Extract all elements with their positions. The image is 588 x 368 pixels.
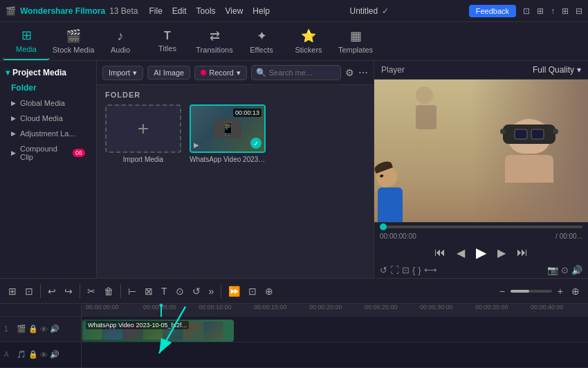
ruler-tick-0: 00:00:00:00 xyxy=(86,304,119,311)
menu-file[interactable]: File xyxy=(149,6,163,16)
frame-back-button[interactable]: ◀ xyxy=(454,245,468,261)
timeline-redo-button[interactable]: ↪ xyxy=(62,284,75,298)
timeline-trash-button[interactable]: 🗑 xyxy=(101,284,116,298)
track-audio-mute[interactable]: 🔊 xyxy=(50,350,59,359)
window-icon-4[interactable]: ⊞ xyxy=(562,6,569,16)
import-button[interactable]: Import ▾ xyxy=(102,66,143,80)
window-icon-1[interactable]: ⊡ xyxy=(523,6,530,16)
track-audio-lock[interactable]: 🔒 xyxy=(28,350,38,359)
menu-help[interactable]: Help xyxy=(252,6,270,16)
window-icon-3[interactable]: ↑ xyxy=(551,6,555,16)
timeline-more-button[interactable]: » xyxy=(206,284,217,298)
sidebar-item-compound-clip[interactable]: ▶ Compound Clip 06 xyxy=(0,141,96,165)
timeline-scissors-button[interactable]: ✂ xyxy=(84,284,98,298)
search-input[interactable] xyxy=(269,68,336,77)
timeline-audio-button[interactable]: ⊕ xyxy=(262,284,276,298)
step-back-button[interactable]: ⏮ xyxy=(432,245,448,260)
media-grid: FOLDER + Import Media 📱 xyxy=(97,85,374,278)
track-audio-eye[interactable]: 👁 xyxy=(40,350,48,359)
range-button[interactable]: ⟷ xyxy=(424,265,437,275)
track-label-1: 1 🎬 🔒 👁 🔊 xyxy=(0,317,81,342)
more-button[interactable]: ⋯ xyxy=(358,67,368,78)
tab-stickers[interactable]: ⭐ Stickers xyxy=(285,23,332,60)
timecode-ruler: 00:00:00:00 00:00:05:00 00:00:10:00 00:0… xyxy=(82,304,588,317)
snapshot-button[interactable]: 📷 xyxy=(547,265,558,275)
timeline-magnet-button[interactable]: ⊡ xyxy=(22,284,36,298)
tab-titles[interactable]: T Titles xyxy=(144,23,191,60)
timeline-timer-button[interactable]: ⊙ xyxy=(173,284,187,298)
sidebar-item-cloud-media[interactable]: ▶ Cloud Media xyxy=(0,111,96,126)
video-duration: 00:00:13 xyxy=(233,109,261,117)
filter-button[interactable]: ⚙ xyxy=(345,67,354,78)
timeline-add-button[interactable]: ⊕ xyxy=(569,284,582,298)
step-fwd-button[interactable]: ⏭ xyxy=(514,245,531,260)
track-lock-icon[interactable]: 🔒 xyxy=(28,324,38,333)
frame-fwd-button[interactable]: ▶ xyxy=(495,245,508,261)
timeline-loop-button[interactable]: ↺ xyxy=(190,284,203,298)
mark-in-button[interactable]: { xyxy=(412,265,415,275)
timeline-plus-button[interactable]: + xyxy=(555,284,566,298)
sidebar: ▾ Project Media Folder ▶ Global Media ▶ … xyxy=(0,61,97,278)
media-item-video1[interactable]: 📱 00:00:13 ✓ ▶ WhatsApp Video 2023-10-05… xyxy=(190,104,266,163)
stickers-label: Stickers xyxy=(295,46,322,54)
import-arrow: ▾ xyxy=(133,68,137,77)
tab-effects[interactable]: ✦ Effects xyxy=(238,23,285,60)
track-clip-icon[interactable]: 🎬 xyxy=(17,324,26,333)
sidebar-item-adjustment[interactable]: ▶ Adjustment La... xyxy=(0,126,96,141)
ruler-tick-4: 00:00:20:00 xyxy=(309,304,342,311)
menu-view[interactable]: View xyxy=(226,6,244,16)
progress-bar[interactable] xyxy=(380,226,582,228)
timeline-merge-button[interactable]: ⊠ xyxy=(142,284,156,298)
quality-selector[interactable]: Full Quality ▾ xyxy=(533,65,581,75)
track-speaker-icon[interactable]: 🔊 xyxy=(50,324,59,333)
video-clip[interactable]: WhatsApp Video 2023-10-05_bf2f... xyxy=(82,320,234,342)
timeline-text-button[interactable]: T xyxy=(158,284,170,298)
transitions-label: Transitions xyxy=(196,46,232,54)
record-button[interactable]: Record ▾ xyxy=(194,66,246,80)
tab-stock-media[interactable]: 🎬 Stock Media xyxy=(50,23,97,60)
track-label-2: A 🎵 🔒 👁 🔊 xyxy=(0,342,81,368)
sidebar-folder[interactable]: Folder xyxy=(0,80,96,95)
import-thumb[interactable]: + xyxy=(105,104,181,153)
track-area: 00:00:00:00 00:00:05:00 00:00:10:00 00:0… xyxy=(82,304,588,368)
video-check: ✓ xyxy=(250,138,261,149)
loop-button[interactable]: ↺ xyxy=(380,265,387,275)
app-name: Wondershare Filmora xyxy=(20,6,105,16)
volume-button[interactable]: 🔊 xyxy=(571,265,582,275)
tab-templates[interactable]: ▦ Templates xyxy=(332,23,379,60)
time-display: 00:00:00:00 / 00:00... xyxy=(380,232,582,240)
menu-edit[interactable]: Edit xyxy=(172,6,187,16)
cloud-media-arrow: ▶ xyxy=(11,115,16,122)
sidebar-item-global-media[interactable]: ▶ Global Media xyxy=(0,95,96,111)
play-button[interactable]: ▶ xyxy=(473,243,489,262)
timeline-undo-button[interactable]: ↩ xyxy=(45,284,59,298)
timeline-minus-button[interactable]: − xyxy=(497,284,508,298)
timeline-split-button[interactable]: ⊢ xyxy=(125,284,139,298)
tab-media[interactable]: ⊞ Media xyxy=(3,23,50,60)
fullscreen-button[interactable]: ⛶ xyxy=(390,265,399,275)
track-audio-icon[interactable]: 🎵 xyxy=(17,350,26,359)
tab-audio[interactable]: ♪ Audio xyxy=(97,23,144,60)
toolbar-separator-4 xyxy=(221,284,221,298)
tab-transitions[interactable]: ⇄ Transitions xyxy=(191,23,238,60)
zoom-track[interactable] xyxy=(511,290,552,293)
timeline-playhead-button[interactable]: ⏩ xyxy=(226,284,243,298)
track-eye-icon[interactable]: 👁 xyxy=(40,324,48,333)
media-item-import[interactable]: + Import Media xyxy=(105,104,181,163)
window-icon-5[interactable]: ⊟ xyxy=(576,6,582,16)
search-box[interactable]: 🔍 xyxy=(251,65,341,80)
sidebar-project-media[interactable]: ▾ Project Media xyxy=(0,65,96,80)
track-row-video: WhatsApp Video 2023-10-05_bf2f... xyxy=(82,317,588,342)
ai-image-button[interactable]: AI Image xyxy=(147,66,190,80)
crop-button[interactable]: ⊡ xyxy=(402,265,410,275)
record-arrow: ▾ xyxy=(237,68,241,77)
playhead[interactable] xyxy=(160,304,162,317)
video-thumb[interactable]: 📱 00:00:13 ✓ ▶ xyxy=(190,104,266,153)
mark-out-button[interactable]: } xyxy=(418,265,421,275)
window-icon-2[interactable]: ⊞ xyxy=(537,6,544,16)
screen-record-button[interactable]: ⊙ xyxy=(561,265,569,275)
timeline-grid-button[interactable]: ⊞ xyxy=(6,284,19,298)
timeline-clip-button[interactable]: ⊡ xyxy=(246,284,259,298)
feedback-button[interactable]: Feedback xyxy=(469,5,516,17)
menu-tools[interactable]: Tools xyxy=(196,6,216,16)
